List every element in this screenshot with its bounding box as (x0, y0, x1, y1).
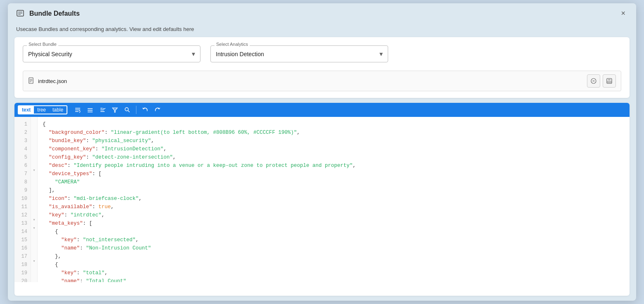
modal-header: Bundle Defaults × (8, 3, 636, 24)
tab-tree[interactable]: tree (34, 106, 49, 114)
select-analytics-dropdown[interactable]: Intrusion Detection ▾ (210, 45, 388, 62)
file-actions (587, 74, 616, 88)
filter-button[interactable] (110, 104, 120, 115)
select-row: Select Bundle Physical Security ▾ Select… (23, 45, 621, 62)
file-name: intrdtec.json (38, 78, 587, 84)
modal-title: Bundle Defaults (29, 10, 80, 17)
select-analytics-value: Intrusion Detection (216, 51, 264, 57)
select-analytics-label: Select Analytics (215, 42, 250, 47)
code-area[interactable]: { "background_color": "linear-gradient(t… (38, 117, 630, 282)
chevron-down-icon: ▾ (192, 50, 195, 58)
chevron-down-icon-2: ▾ (379, 50, 383, 58)
select-bundle-label: Select Bundle (27, 42, 58, 47)
modal-subtitle: Usecase Bundles and corresponding analyt… (8, 24, 636, 37)
file-bar: intrdtec.json (23, 71, 621, 91)
tab-table[interactable]: table (49, 106, 67, 114)
svg-marker-22 (112, 108, 117, 112)
select-bundle-dropdown[interactable]: Physical Security ▾ (23, 45, 200, 62)
file-icon (28, 77, 35, 85)
line-numbers: 1234567891011121314151617181920212223242… (14, 117, 31, 282)
save-button[interactable] (603, 74, 616, 88)
select-analytics-group: Select Analytics Intrusion Detection ▾ (210, 45, 388, 62)
bundle-defaults-modal: Bundle Defaults × Usecase Bundles and co… (8, 3, 636, 301)
json-editor: text tree table (14, 103, 630, 296)
redo-button[interactable] (152, 104, 163, 115)
view-tabs: text tree table (18, 105, 67, 114)
editor-body[interactable]: 1234567891011121314151617181920212223242… (14, 117, 630, 282)
clear-button[interactable] (587, 74, 600, 88)
svg-rect-11 (608, 78, 611, 81)
collapse-gutter: ▾▾▾▾▾ (31, 117, 38, 282)
bundle-icon (16, 9, 25, 18)
editor-toolbar: text tree table (14, 103, 630, 117)
tab-text[interactable]: text (19, 106, 34, 114)
undo-button[interactable] (140, 104, 150, 115)
svg-line-24 (128, 111, 130, 112)
svg-point-23 (125, 108, 129, 111)
search-button[interactable] (122, 104, 133, 115)
toolbar-separator (136, 106, 136, 114)
controls-panel: Select Bundle Physical Security ▾ Select… (14, 37, 630, 98)
format-button[interactable] (72, 104, 83, 115)
select-bundle-group: Select Bundle Physical Security ▾ (23, 45, 200, 62)
sort-button[interactable] (97, 104, 108, 115)
svg-rect-12 (607, 81, 611, 83)
close-button[interactable]: × (618, 8, 628, 19)
select-bundle-value: Physical Security (28, 51, 72, 57)
collapse-all-button[interactable] (85, 104, 95, 115)
